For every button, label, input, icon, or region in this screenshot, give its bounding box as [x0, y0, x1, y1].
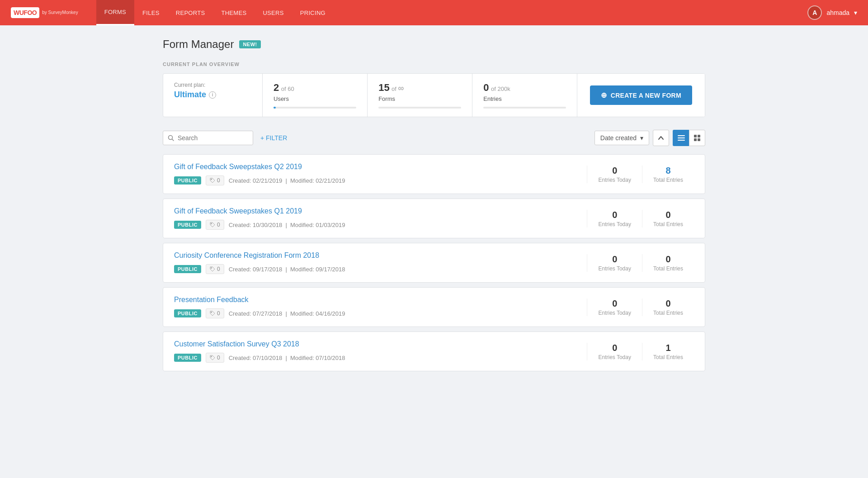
form-meta: PUBLIC 0 Created: 10/30/2018 | Modified:… — [174, 220, 580, 230]
form-stats: 0 Entries Today 1 Total Entries — [587, 343, 694, 360]
form-title[interactable]: Customer Satisfaction Survey Q3 2018 — [174, 340, 580, 348]
svg-line-1 — [172, 139, 174, 141]
form-card: Presentation Feedback PUBLIC 0 Created: … — [163, 287, 705, 327]
total-entries-label: Total Entries — [653, 265, 683, 272]
svg-point-10 — [211, 223, 212, 224]
plan-card-entries: 0 of 200k Entries — [472, 74, 577, 117]
forms-bar — [378, 107, 461, 109]
plan-name: Ultimate i — [174, 90, 251, 99]
list-view-button[interactable] — [673, 130, 689, 146]
entries-today-value: 0 — [598, 210, 631, 220]
tag-icon — [210, 355, 215, 360]
entries-today-label: Entries Today — [598, 310, 631, 316]
create-form-button[interactable]: ⊕ CREATE A NEW FORM — [590, 85, 692, 105]
entries-today-label: Entries Today — [598, 177, 631, 183]
entries-today-block: 0 Entries Today — [587, 210, 642, 227]
nav-link-themes[interactable]: THEMES — [213, 0, 255, 25]
plus-circle-icon: ⊕ — [601, 91, 607, 99]
entries-today-block: 0 Entries Today — [587, 254, 642, 272]
search-icon — [168, 135, 174, 141]
form-title[interactable]: Gift of Feedback Sweepstakes Q1 2019 — [174, 207, 580, 215]
svg-rect-7 — [694, 138, 697, 141]
total-entries-value: 8 — [653, 166, 683, 176]
svg-rect-4 — [678, 140, 685, 141]
entries-stat: 0 of 200k — [483, 82, 566, 94]
form-title[interactable]: Curiosity Conference Registration Form 2… — [174, 251, 580, 260]
form-meta: PUBLIC 0 Created: 07/27/2018 | Modified:… — [174, 308, 580, 318]
plan-label: Current plan: — [174, 82, 251, 88]
status-badge: PUBLIC — [174, 176, 201, 185]
total-entries-value: 0 — [653, 210, 683, 220]
total-entries-block: 0 Total Entries — [642, 210, 694, 227]
search-box[interactable] — [163, 131, 253, 145]
nav-link-users[interactable]: USERS — [255, 0, 292, 25]
form-dates: Created: 02/21/2019 | Modified: 02/21/20… — [229, 177, 345, 184]
plan-info-icon[interactable]: i — [209, 91, 216, 99]
nav-link-files[interactable]: FILES — [134, 0, 168, 25]
user-dropdown-icon[interactable]: ▾ — [854, 9, 857, 16]
sort-direction-button[interactable] — [653, 130, 669, 146]
conditions-badge: 0 — [206, 175, 224, 185]
entries-today-value: 0 — [598, 166, 631, 176]
total-entries-label: Total Entries — [653, 354, 683, 360]
sort-select[interactable]: Date created ▾ — [594, 131, 649, 145]
total-entries-block: 1 Total Entries — [642, 343, 694, 360]
sort-chevron-icon: ▾ — [640, 134, 643, 142]
entries-today-block: 0 Entries Today — [587, 166, 642, 183]
svg-rect-6 — [698, 135, 700, 137]
logo-sub: by SurveyMonkey — [42, 10, 78, 15]
entries-today-block: 0 Entries Today — [587, 343, 642, 360]
nav-link-reports[interactable]: REPORTS — [168, 0, 213, 25]
grid-icon — [694, 135, 700, 141]
entries-today-block: 0 Entries Today — [587, 298, 642, 316]
navigation: WUFOO by SurveyMonkey FORMSFILESREPORTST… — [0, 0, 868, 25]
form-card: Gift of Feedback Sweepstakes Q1 2019 PUB… — [163, 199, 705, 238]
nav-link-pricing[interactable]: PRICING — [292, 0, 334, 25]
total-entries-block: 0 Total Entries — [642, 254, 694, 272]
form-card-main: Presentation Feedback PUBLIC 0 Created: … — [174, 296, 580, 318]
users-bar-fill — [274, 107, 276, 109]
form-card: Curiosity Conference Registration Form 2… — [163, 243, 705, 283]
form-stats: 0 Entries Today 0 Total Entries — [587, 210, 694, 227]
entries-today-label: Entries Today — [598, 221, 631, 227]
conditions-badge: 0 — [206, 220, 224, 230]
tag-icon — [210, 311, 215, 316]
tag-icon — [210, 266, 215, 272]
list-icon — [678, 135, 685, 141]
total-entries-label: Total Entries — [653, 310, 683, 316]
tag-icon — [210, 178, 215, 183]
form-title[interactable]: Gift of Feedback Sweepstakes Q2 2019 — [174, 163, 580, 171]
user-menu[interactable]: A ahmada ▾ — [807, 5, 857, 20]
logo[interactable]: WUFOO by SurveyMonkey — [11, 7, 78, 18]
status-badge: PUBLIC — [174, 354, 201, 362]
form-card-main: Curiosity Conference Registration Form 2… — [174, 251, 580, 274]
form-dates: Created: 07/27/2018 | Modified: 04/16/20… — [229, 310, 345, 317]
svg-rect-2 — [678, 135, 685, 136]
cta-section: ⊕ CREATE A NEW FORM — [577, 74, 705, 117]
entries-today-value: 0 — [598, 298, 631, 309]
grid-view-button[interactable] — [689, 130, 705, 146]
form-list: Gift of Feedback Sweepstakes Q2 2019 PUB… — [163, 154, 705, 371]
form-dates: Created: 07/10/2018 | Modified: 07/10/20… — [229, 355, 345, 361]
plan-card-users: 2 of 60 Users — [263, 74, 368, 117]
plan-card-current: Current plan: Ultimate i — [163, 74, 263, 117]
plan-card-forms: 15 of ∞ Forms — [368, 74, 472, 117]
form-meta: PUBLIC 0 Created: 02/21/2019 | Modified:… — [174, 175, 580, 185]
total-entries-label: Total Entries — [653, 221, 683, 227]
svg-rect-5 — [694, 135, 697, 137]
nav-link-forms[interactable]: FORMS — [96, 0, 134, 25]
total-entries-block: 8 Total Entries — [642, 166, 694, 183]
page-title: Form Manager — [163, 38, 234, 51]
new-badge: NEW! — [239, 40, 260, 48]
form-title[interactable]: Presentation Feedback — [174, 296, 580, 304]
tag-icon — [210, 222, 215, 227]
entries-today-value: 0 — [598, 254, 631, 265]
total-entries-value: 0 — [653, 254, 683, 265]
total-entries-value: 0 — [653, 298, 683, 309]
svg-rect-8 — [698, 138, 700, 141]
plan-cards: Current plan: Ultimate i 2 of 60 Users — [163, 73, 705, 117]
filter-button[interactable]: + FILTER — [260, 134, 287, 142]
search-input[interactable] — [178, 134, 248, 142]
svg-point-13 — [211, 356, 212, 357]
svg-point-12 — [211, 312, 212, 313]
